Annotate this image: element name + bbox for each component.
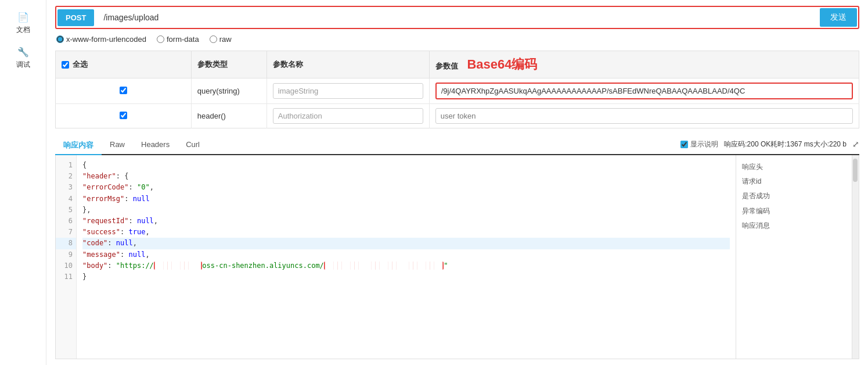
fullscreen-icon[interactable]: ⤢ <box>852 139 859 149</box>
code-line: "header": { <box>82 171 730 182</box>
line-number: 6 <box>56 216 76 227</box>
code-area: 1234567891011 { "header": { "errorCode":… <box>55 155 859 359</box>
params-table: 全选 参数类型 参数名称 参数值 Base64编码 query(string)h… <box>55 51 859 128</box>
tab-content[interactable]: 响应内容 <box>55 137 102 155</box>
radio-formdata[interactable]: form-data <box>157 35 199 44</box>
param-value-input-1[interactable] <box>435 108 853 124</box>
docs-icon: 📄 <box>17 12 29 23</box>
table-row: header() <box>56 104 859 128</box>
radio-urlencoded-label: x-www-form-urlencoded <box>66 35 146 44</box>
tab-curl[interactable]: Curl <box>178 137 208 155</box>
url-input[interactable] <box>99 10 815 25</box>
scrollbar-thumb <box>853 159 858 182</box>
row-checkbox-0[interactable] <box>120 87 127 94</box>
line-number: 7 <box>56 227 76 238</box>
response-status: 响应码:200 OK耗时:1367 ms大小:220 b <box>724 139 847 149</box>
param-name-input-1[interactable] <box>273 108 423 124</box>
row-type: query(string) <box>191 78 266 104</box>
show-desc-label[interactable]: 显示说明 <box>680 139 718 149</box>
tab-right: 显示说明 响应码:200 OK耗时:1367 ms大小:220 b ⤢ <box>680 139 859 152</box>
sidebar-item-docs-label: 文档 <box>16 25 30 35</box>
radio-formdata-label: form-data <box>167 35 199 44</box>
response-tabs-bar: 响应内容RawHeadersCurl 显示说明 响应码:200 OK耗时:136… <box>55 137 859 155</box>
line-number: 9 <box>56 249 76 260</box>
line-number: 3 <box>56 182 76 193</box>
code-line: "code": null, <box>82 238 730 249</box>
line-number: 10 <box>56 260 76 271</box>
tab-raw[interactable]: Raw <box>102 137 133 155</box>
show-desc-checkbox[interactable] <box>680 141 688 148</box>
desc-item: 响应消息 <box>742 219 846 233</box>
radio-raw-label: raw <box>219 35 232 44</box>
debug-icon: 🔧 <box>17 46 29 58</box>
code-line: { <box>82 160 730 171</box>
select-all-checkbox[interactable] <box>62 61 69 69</box>
body-type-group: x-www-form-urlencoded form-data raw <box>55 35 859 44</box>
th-value: 参数值 Base64编码 <box>429 51 859 78</box>
radio-raw[interactable]: raw <box>210 35 232 44</box>
tab-headers[interactable]: Headers <box>133 137 178 155</box>
param-name-input-0[interactable] <box>273 83 423 99</box>
table-row: query(string) <box>56 78 859 104</box>
line-number: 2 <box>56 171 76 182</box>
desc-item: 响应头 <box>742 160 846 174</box>
code-line: "message": null, <box>82 249 730 260</box>
param-value-input-0[interactable] <box>435 83 853 99</box>
th-name: 参数名称 <box>266 51 429 78</box>
line-numbers: 1234567891011 <box>56 155 77 359</box>
line-number: 11 <box>56 271 76 282</box>
code-line: "body": "https://███████████oss-cn-shenz… <box>82 260 730 271</box>
th-value-label: 参数值 <box>435 62 458 70</box>
send-button[interactable]: 发送 <box>820 8 857 27</box>
request-bar: POST 发送 <box>55 6 859 29</box>
th-type: 参数类型 <box>191 51 266 78</box>
desc-item: 异常编码 <box>742 204 846 219</box>
sidebar: 📄 文档 🔧 调试 <box>0 0 46 365</box>
base64-label: Base64编码 <box>467 56 537 73</box>
code-line: } <box>82 271 730 282</box>
th-select-all-label: 全选 <box>73 59 88 70</box>
sidebar-item-debug-label: 调试 <box>16 60 30 70</box>
line-number: 5 <box>56 205 76 216</box>
code-line: "errorMsg": null <box>82 194 730 205</box>
row-type: header() <box>191 104 266 128</box>
show-desc-text: 显示说明 <box>690 139 718 149</box>
code-content: { "header": { "errorCode": "0", "errorMs… <box>77 155 736 359</box>
code-line: "requestId": null, <box>82 216 730 227</box>
sidebar-item-debug[interactable]: 🔧 调试 <box>0 41 46 76</box>
line-number: 4 <box>56 194 76 205</box>
line-number: 8 <box>56 238 76 249</box>
th-select-all: 全选 <box>56 51 192 78</box>
response-section: 响应内容RawHeadersCurl 显示说明 响应码:200 OK耗时:136… <box>55 137 859 359</box>
scrollbar[interactable] <box>852 155 859 359</box>
sidebar-item-docs[interactable]: 📄 文档 <box>0 6 46 41</box>
response-desc: 响应头请求id是否成功异常编码响应消息 <box>736 155 852 359</box>
row-checkbox-1[interactable] <box>120 112 127 119</box>
main-panel: POST 发送 x-www-form-urlencoded form-data … <box>46 0 868 365</box>
code-line: }, <box>82 205 730 216</box>
desc-item: 是否成功 <box>742 189 846 203</box>
radio-urlencoded[interactable]: x-www-form-urlencoded <box>56 35 146 44</box>
line-number: 1 <box>56 160 76 171</box>
desc-item: 请求id <box>742 174 846 189</box>
code-line: "errorCode": "0", <box>82 182 730 193</box>
method-button[interactable]: POST <box>57 9 94 26</box>
code-line: "success": true, <box>82 227 730 238</box>
